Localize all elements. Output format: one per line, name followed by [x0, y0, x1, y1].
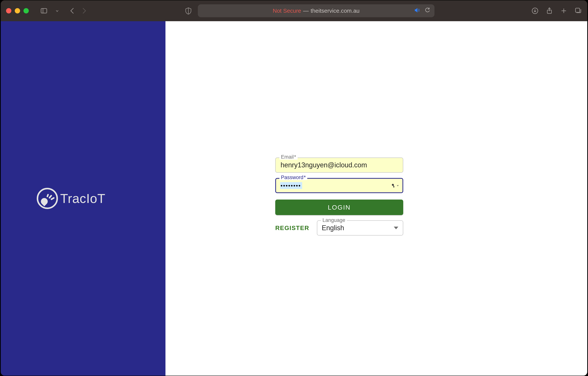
language-select[interactable]: Language English [317, 220, 403, 236]
browser-titlebar: Not Secure — theitservice.com.au [1, 0, 587, 21]
fullscreen-window-button[interactable] [23, 8, 29, 13]
tab-group-chevron-icon[interactable] [53, 7, 61, 15]
language-label: Language [321, 217, 347, 223]
login-content: Email* Password* •••••••• [166, 21, 587, 376]
login-button[interactable]: LOGIN [275, 199, 403, 215]
url-separator: — [303, 8, 309, 14]
reload-icon[interactable] [425, 7, 430, 14]
email-input[interactable] [280, 161, 398, 169]
svg-rect-13 [393, 186, 394, 187]
audio-icon[interactable] [414, 7, 420, 15]
register-link[interactable]: REGISTER [275, 225, 309, 231]
brand: TracIoT [37, 188, 105, 209]
address-bar[interactable]: Not Secure — theitservice.com.au [198, 4, 434, 17]
tab-overview-icon[interactable] [574, 7, 582, 15]
svg-rect-12 [393, 187, 395, 188]
password-input[interactable]: •••••••• [280, 182, 302, 189]
brand-logo-icon [37, 188, 58, 209]
privacy-shield-icon[interactable] [185, 7, 192, 15]
language-value: English [322, 224, 344, 232]
toolbar-right [531, 7, 582, 15]
password-autofill-icon[interactable] [391, 183, 399, 188]
close-window-button[interactable] [6, 8, 11, 13]
password-label: Password* [279, 175, 307, 180]
url-host: theitservice.com.au [311, 8, 359, 14]
new-tab-icon[interactable] [560, 7, 567, 15]
svg-rect-9 [576, 8, 580, 12]
brand-name: TracIoT [60, 191, 105, 206]
back-button[interactable] [69, 7, 76, 15]
brand-sidebar: TracIoT [1, 21, 166, 376]
password-field-wrapper: Password* •••••••• [275, 178, 403, 193]
nav-buttons [69, 7, 88, 15]
chevron-down-icon [394, 227, 398, 229]
email-label: Email* [279, 155, 298, 160]
minimize-window-button[interactable] [15, 8, 20, 13]
share-icon[interactable] [546, 7, 553, 15]
form-bottom-row: REGISTER Language English [275, 220, 403, 236]
forward-button[interactable] [80, 7, 88, 15]
not-secure-label: Not Secure [273, 8, 301, 14]
page-viewport: TracIoT Email* Password* [1, 21, 587, 376]
downloads-icon[interactable] [531, 7, 539, 15]
email-field-wrapper: Email* [275, 157, 403, 173]
window-controls [6, 8, 29, 13]
login-form: Email* Password* •••••••• [275, 157, 403, 236]
browser-window: Not Secure — theitservice.com.au [1, 0, 587, 376]
svg-rect-0 [41, 9, 47, 13]
sidebar-toggle-icon[interactable] [40, 7, 48, 15]
